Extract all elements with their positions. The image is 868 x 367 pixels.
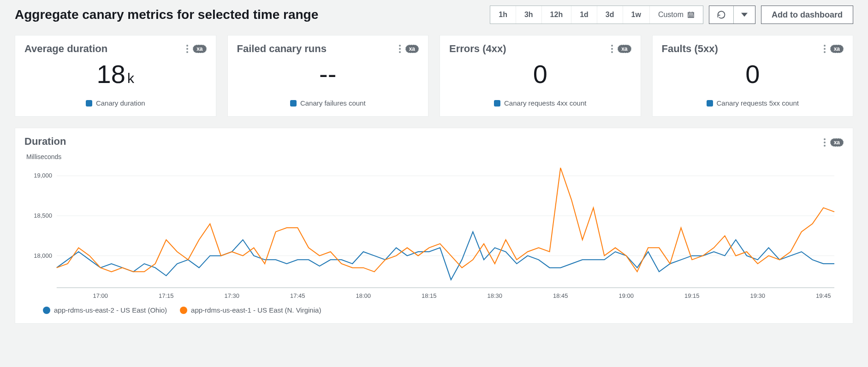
time-range-1w[interactable]: 1w [623, 6, 650, 24]
refresh-dropdown-group [709, 6, 755, 24]
metric-value: 0 [662, 61, 844, 87]
legend-label: Canary requests 5xx count [717, 99, 799, 107]
chart-legend: app-rdms-us-east-2 - US East (Ohio)app-r… [43, 306, 844, 314]
svg-point-5 [690, 15, 691, 15]
legend-swatch-icon [86, 100, 92, 107]
metric-title: Errors (4xx) [449, 43, 506, 55]
metric-cards-row: Average durationxa18kCanary durationFail… [15, 35, 853, 117]
chart-ylabel: Milliseconds [26, 153, 844, 160]
svg-text:17:00: 17:00 [93, 292, 108, 299]
panel-menu-button[interactable] [824, 45, 826, 53]
refresh-button[interactable] [709, 6, 733, 24]
metric-legend[interactable]: Canary requests 4xx count [449, 99, 631, 107]
legend-label: Canary requests 4xx count [504, 99, 586, 107]
legend-label: Canary duration [96, 99, 145, 107]
svg-point-9 [692, 16, 692, 17]
svg-text:18,000: 18,000 [34, 252, 52, 259]
metric-title: Average duration [24, 43, 107, 55]
legend-swatch-icon [180, 307, 187, 314]
custom-label: Custom [658, 11, 684, 19]
add-to-dashboard-button[interactable]: Add to dashboard [761, 6, 853, 24]
duration-chart-panel: Duration xa Milliseconds 18,00018,50019,… [15, 128, 853, 324]
panel-menu-button[interactable] [399, 45, 401, 53]
time-range-12h[interactable]: 12h [542, 6, 572, 24]
xa-badge[interactable]: xa [193, 45, 206, 53]
xa-badge[interactable]: xa [618, 45, 631, 53]
metric-title: Faults (5xx) [662, 43, 718, 55]
duration-chart: 18,00018,50019,00017:0017:1517:3017:4518… [24, 163, 844, 302]
header-controls: 1h3h12h1d3d1wCustom Add to dashboard [490, 6, 853, 24]
calendar-icon [687, 11, 695, 18]
metric-card-2: Errors (4xx)xa0Canary requests 4xx count [440, 35, 641, 117]
time-range-3d[interactable]: 3d [597, 6, 623, 24]
metric-card-0: Average durationxa18kCanary duration [15, 35, 216, 117]
page-title: Aggregate canary metrics for selected ti… [15, 7, 318, 22]
metric-value: 0 [449, 61, 631, 87]
panel-menu-button[interactable] [824, 138, 826, 147]
svg-text:19:15: 19:15 [684, 292, 699, 299]
legend-swatch-icon [290, 100, 297, 107]
refresh-options-dropdown[interactable] [733, 6, 755, 24]
metric-legend[interactable]: Canary duration [24, 99, 207, 107]
duration-title: Duration [24, 136, 66, 148]
legend-item[interactable]: app-rdms-us-east-1 - US East (N. Virgini… [180, 306, 321, 314]
metric-value: 18k [24, 61, 207, 87]
xa-badge[interactable]: xa [830, 45, 844, 53]
legend-series-label: app-rdms-us-east-2 - US East (Ohio) [54, 306, 167, 314]
xa-badge[interactable]: xa [830, 138, 844, 147]
metric-card-1: Failed canary runsxa--Canary failures co… [227, 35, 429, 117]
svg-text:19,000: 19,000 [34, 172, 52, 179]
metric-legend[interactable]: Canary requests 5xx count [662, 99, 844, 107]
caret-down-icon [741, 12, 748, 18]
metric-legend[interactable]: Canary failures count [237, 99, 419, 107]
legend-swatch-icon [707, 100, 713, 107]
time-range-1d[interactable]: 1d [571, 6, 597, 24]
svg-text:18:00: 18:00 [356, 292, 371, 299]
legend-series-label: app-rdms-us-east-1 - US East (N. Virgini… [191, 306, 321, 314]
svg-point-6 [692, 15, 692, 15]
svg-text:18,500: 18,500 [34, 212, 52, 219]
legend-label: Canary failures count [300, 99, 366, 107]
svg-text:19:45: 19:45 [816, 292, 831, 299]
legend-swatch-icon [494, 100, 500, 107]
time-range-group: 1h3h12h1d3d1wCustom [490, 6, 703, 24]
svg-text:18:45: 18:45 [553, 292, 568, 299]
metric-value: -- [237, 61, 419, 87]
svg-text:17:45: 17:45 [290, 292, 305, 299]
metric-unit: k [127, 71, 134, 86]
metric-title: Failed canary runs [237, 43, 327, 55]
xa-badge[interactable]: xa [405, 45, 419, 53]
svg-text:19:00: 19:00 [619, 292, 634, 299]
svg-text:19:30: 19:30 [750, 292, 765, 299]
legend-item[interactable]: app-rdms-us-east-2 - US East (Ohio) [43, 306, 167, 314]
time-range-1h[interactable]: 1h [490, 6, 516, 24]
panel-menu-button[interactable] [186, 45, 188, 53]
svg-point-4 [689, 15, 690, 15]
svg-text:18:30: 18:30 [488, 292, 502, 299]
metric-card-3: Faults (5xx)xa0Canary requests 5xx count [652, 35, 854, 117]
time-range-3h[interactable]: 3h [516, 6, 542, 24]
svg-text:17:15: 17:15 [159, 292, 173, 299]
refresh-icon [717, 10, 726, 19]
svg-text:18:15: 18:15 [422, 292, 436, 299]
legend-swatch-icon [43, 307, 50, 314]
time-range-custom[interactable]: Custom [650, 6, 703, 24]
svg-point-8 [690, 16, 691, 17]
svg-text:17:30: 17:30 [225, 292, 239, 299]
panel-menu-button[interactable] [611, 45, 613, 53]
svg-point-7 [689, 16, 690, 17]
